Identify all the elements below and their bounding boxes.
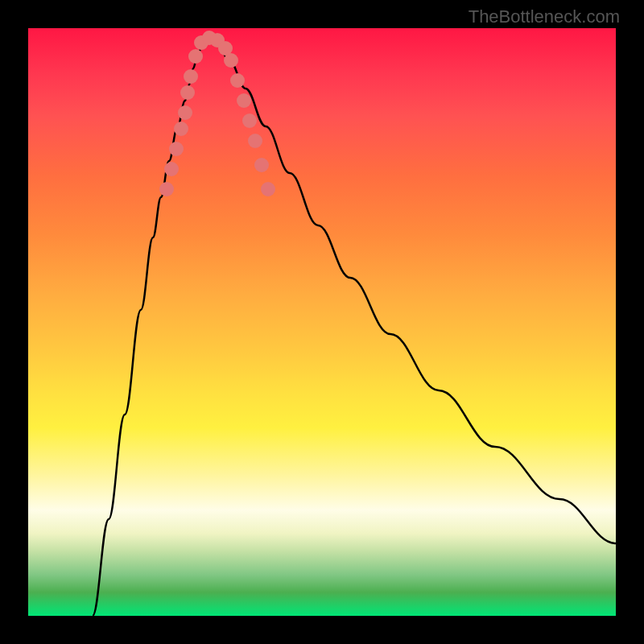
data-point — [188, 49, 203, 64]
data-point — [224, 53, 238, 68]
data-point — [230, 73, 245, 88]
chart-svg — [28, 28, 616, 616]
data-point — [248, 134, 262, 148]
data-point — [261, 182, 275, 196]
data-point — [254, 158, 269, 172]
data-point — [174, 122, 188, 136]
chart-plot-area — [28, 28, 616, 616]
data-point — [164, 162, 179, 176]
data-point — [159, 182, 174, 196]
data-point — [178, 105, 192, 120]
v-curve-path — [93, 38, 616, 616]
data-point — [242, 114, 257, 128]
data-point — [237, 93, 251, 108]
data-point — [184, 69, 198, 84]
curve-group — [93, 38, 616, 616]
data-point — [169, 142, 184, 156]
watermark-text: TheBottleneck.com — [469, 6, 620, 27]
data-point — [180, 85, 195, 100]
